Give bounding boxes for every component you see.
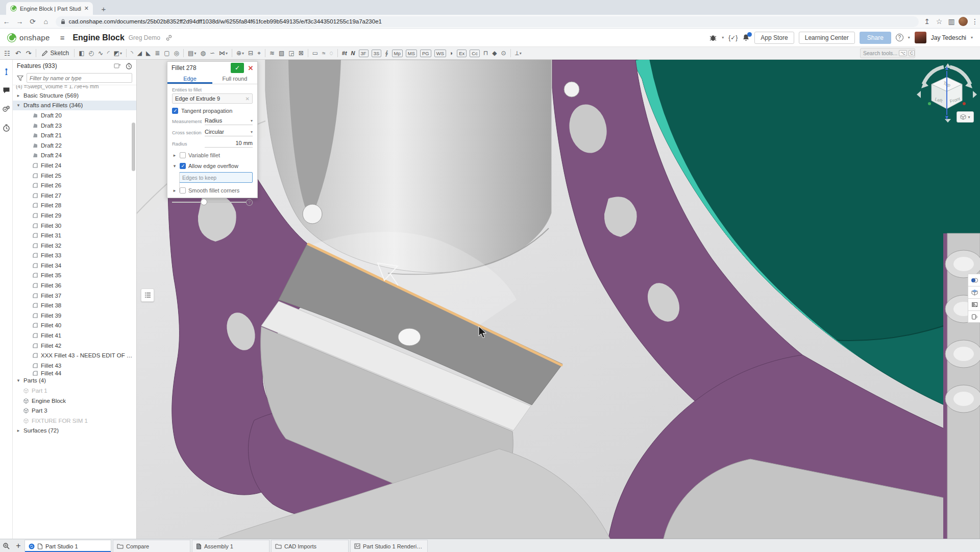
feature-filter-input[interactable] bbox=[27, 73, 132, 83]
user-name[interactable]: Jay Tedeschi bbox=[931, 34, 966, 41]
cancel-button[interactable]: ✕ bbox=[246, 63, 255, 73]
allow-edge-overflow-row[interactable]: ▾ Allow edge overflow bbox=[172, 163, 253, 169]
browser-tab[interactable]: Engine Block | Part Studio 1 ✕ bbox=[6, 2, 93, 15]
part-row-engine-block[interactable]: Engine Block bbox=[13, 396, 136, 406]
tool-extrude[interactable]: ◧▾ bbox=[77, 50, 86, 57]
tool-move-face[interactable]: ◲▾ bbox=[286, 50, 296, 57]
feature-row[interactable]: Fillet 28 bbox=[13, 201, 136, 211]
tool-thicken[interactable]: ◩▾ bbox=[112, 50, 124, 57]
tool-custom-cc[interactable]: Cc bbox=[468, 50, 481, 57]
tool-rib[interactable]: ≣▾ bbox=[153, 50, 162, 57]
help-icon[interactable]: ? bbox=[896, 34, 903, 41]
opacity-slider[interactable] bbox=[172, 199, 246, 206]
tool-curve-pattern[interactable]: ∽▾ bbox=[208, 50, 217, 57]
tool-transform[interactable]: ⌖▾ bbox=[255, 50, 263, 57]
side-panel-icon[interactable]: ▥ bbox=[946, 17, 957, 26]
variable-fillet-row[interactable]: ▸ Variable fillet bbox=[172, 152, 253, 158]
tool-delete-face[interactable]: ⊠▾ bbox=[297, 50, 306, 57]
tool-custom-hash-t[interactable]: #t bbox=[340, 50, 349, 56]
tab-part-studio-1[interactable]: Part Studio 1 bbox=[24, 540, 111, 552]
feature-row[interactable]: Fillet 26 bbox=[13, 180, 136, 190]
folder-surfaces[interactable]: ▸ Surfaces (72) bbox=[13, 426, 136, 436]
forward-icon[interactable]: → bbox=[13, 17, 27, 26]
tool-draft[interactable]: ◣▾ bbox=[144, 50, 153, 57]
tangent-propagation-checkbox[interactable] bbox=[172, 108, 178, 114]
home-icon[interactable]: ⌂ bbox=[39, 17, 53, 26]
address-bar[interactable]: cad.onshape.com/documents/25b02b8352ff2d… bbox=[56, 16, 919, 27]
rotate-left-step-arrow[interactable] bbox=[917, 91, 921, 98]
smooth-fillet-corners-row[interactable]: ▸ Smooth fillet corners bbox=[172, 187, 253, 194]
feature-list-flyout-button[interactable] bbox=[141, 289, 154, 302]
feature-row[interactable]: Fillet 36 bbox=[13, 280, 136, 291]
tool-project-curve[interactable]: ◌▾ bbox=[328, 50, 335, 57]
feature-row[interactable]: Fillet 34 bbox=[13, 260, 136, 271]
manage-tabs-icon[interactable] bbox=[0, 540, 12, 552]
tab-cad-imports[interactable]: CAD Imports bbox=[271, 540, 349, 552]
feature-row[interactable]: Fillet 44 bbox=[13, 371, 136, 376]
sketch-button[interactable]: Sketch bbox=[38, 50, 72, 57]
feature-row[interactable]: Fillet 24 bbox=[13, 160, 136, 171]
tool-sweep[interactable]: ∿▾ bbox=[96, 50, 105, 57]
share-button[interactable]: Share bbox=[860, 32, 891, 44]
rollback-history-icon[interactable] bbox=[126, 63, 132, 69]
tab-assembly-1[interactable]: Assembly 1 bbox=[192, 540, 270, 552]
tool-chamfer[interactable]: ◢▾ bbox=[135, 50, 144, 57]
rotate-up-arrow[interactable] bbox=[945, 63, 951, 68]
tool-custom-sweep[interactable]: ◆▾ bbox=[490, 50, 499, 57]
variable-fillet-checkbox[interactable] bbox=[180, 152, 186, 158]
tool-mirror[interactable]: ⋈▾ bbox=[217, 50, 230, 57]
feature-row[interactable]: Draft 24 bbox=[13, 151, 136, 161]
search-tools-box[interactable]: Search tools... ⌥ C bbox=[860, 48, 915, 58]
feature-row[interactable]: Fillet 40 bbox=[13, 321, 136, 331]
filter-funnel-icon[interactable] bbox=[17, 75, 23, 81]
feature-row[interactable]: Fillet 37 bbox=[13, 291, 136, 301]
tool-fillet[interactable]: ◝▾ bbox=[129, 50, 135, 57]
toolbar-tool[interactable] bbox=[306, 49, 310, 57]
feature-row[interactable]: Fillet 43 bbox=[13, 361, 136, 371]
help-caret-icon[interactable]: ▾ bbox=[908, 35, 910, 40]
list-options-icon[interactable] bbox=[114, 63, 121, 69]
toolbar-tool[interactable] bbox=[335, 49, 340, 57]
history-icon[interactable] bbox=[3, 124, 10, 132]
tool-circular-pattern[interactable]: ◍▾ bbox=[198, 50, 207, 57]
comments-icon[interactable] bbox=[3, 87, 10, 94]
tool-shell[interactable]: ▢▾ bbox=[162, 50, 172, 57]
tool-hole[interactable]: ◎▾ bbox=[172, 50, 181, 57]
tool-spring[interactable]: ∮▾ bbox=[383, 50, 390, 57]
tool-custom-pg[interactable]: PG bbox=[419, 50, 433, 57]
feature-row[interactable]: Fillet 32 bbox=[13, 241, 136, 251]
tool-loft[interactable]: ◜▾ bbox=[105, 50, 112, 57]
section-view-icon[interactable] bbox=[968, 298, 980, 310]
tool-helix[interactable]: ≈▾ bbox=[320, 50, 328, 57]
rotate-down-arrow[interactable] bbox=[945, 119, 951, 123]
feature-row[interactable]: Fillet 27 bbox=[13, 190, 136, 201]
configurations-icon[interactable] bbox=[2, 105, 10, 113]
debug-caret-icon[interactable]: ▾ bbox=[722, 35, 724, 40]
feature-row[interactable]: Draft 22 bbox=[13, 140, 136, 151]
tool-custom-ms[interactable]: MS bbox=[404, 50, 419, 57]
new-element-tab-button[interactable]: + bbox=[12, 540, 24, 552]
tool-boolean[interactable]: ⊕▾ bbox=[234, 50, 246, 57]
tool-view-normal[interactable]: ⟂▾ bbox=[513, 50, 524, 57]
tangent-propagation-row[interactable]: Tangent propagation bbox=[172, 108, 253, 114]
smooth-fillet-corners-checkbox[interactable] bbox=[180, 187, 186, 194]
rotate-right-step-arrow[interactable] bbox=[973, 91, 977, 98]
tool-custom-mp[interactable]: Mp bbox=[390, 50, 404, 57]
tool-fill-surface[interactable]: ▧▾ bbox=[277, 50, 286, 57]
feature-script-icon[interactable]: {✓} bbox=[728, 34, 738, 41]
feature-row[interactable]: Fillet 42 bbox=[13, 341, 136, 351]
dialog-tab-full-round[interactable]: Full round bbox=[212, 74, 257, 84]
document-title[interactable]: Engine Block bbox=[72, 33, 124, 42]
folder-drafts-and-fillets[interactable]: ▾ Drafts and Fillets (346) bbox=[13, 101, 136, 111]
tool-split[interactable]: ⊟▾ bbox=[246, 50, 255, 57]
toolbar-tool[interactable] bbox=[181, 49, 186, 57]
feature-list-scrollbar[interactable] bbox=[132, 123, 135, 171]
edges-to-keep-input[interactable]: Edges to keep bbox=[179, 172, 253, 183]
share-icon[interactable]: ↥ bbox=[922, 17, 932, 26]
named-views-icon[interactable] bbox=[968, 310, 980, 323]
slider-knob[interactable] bbox=[201, 199, 207, 205]
view-options-button[interactable]: ▾ bbox=[957, 111, 974, 123]
redo-icon[interactable]: ↷ bbox=[23, 50, 34, 57]
tab-compare[interactable]: Compare bbox=[113, 540, 190, 552]
variables-icon[interactable] bbox=[3, 68, 10, 76]
